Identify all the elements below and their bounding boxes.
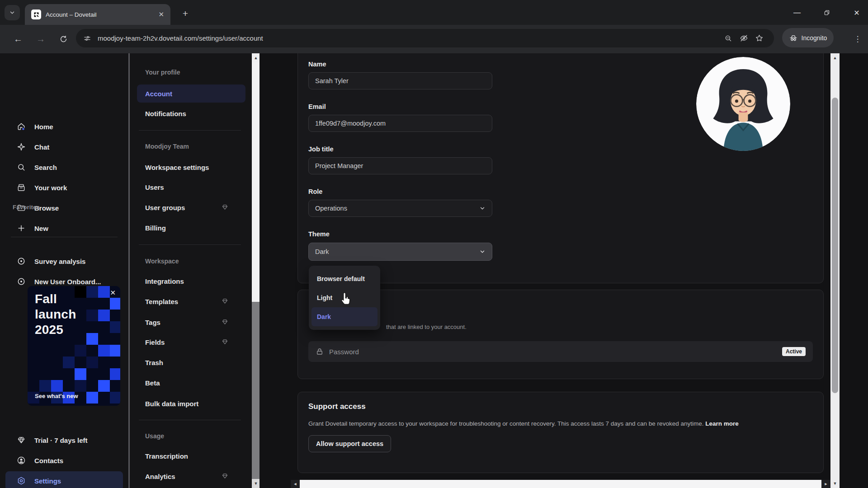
sidebar-item-settings[interactable]: Settings (5, 471, 123, 488)
window-restore-button[interactable] (816, 5, 837, 21)
gem-badge-icon (222, 298, 228, 306)
sidebar-item-label: Your work (34, 184, 67, 192)
page-scrollbar[interactable]: ▲ ▼ (830, 53, 840, 488)
settings-section-header: Your profile (145, 69, 180, 76)
favorite-item-survey-analysis[interactable]: Survey analysis (5, 252, 123, 271)
settings-nav-item-billing[interactable]: Billing (137, 219, 245, 237)
sidebar-item-label: Home (34, 123, 53, 131)
tab-title: Account – Dovetail (46, 11, 154, 18)
promo-title: Fall launch 2025 (35, 291, 76, 338)
name-input[interactable]: Sarah Tyler (308, 72, 492, 89)
chevron-down-icon (479, 205, 486, 211)
learn-more-link[interactable]: Learn more (705, 420, 739, 427)
settings-nav-item-analytics[interactable]: Analytics (137, 467, 245, 485)
chevron-down-icon (479, 249, 486, 255)
settings-hexagon-icon (16, 476, 26, 485)
sidebar-item-trial[interactable]: Trial · 7 days left (5, 431, 123, 450)
sparkle-icon (16, 142, 26, 151)
address-bar[interactable]: moodjoy-team-2h2v.dovetail.com/settings/… (76, 29, 774, 47)
job-title-input[interactable]: Project Manager (308, 157, 492, 174)
zoom-icon[interactable] (721, 31, 736, 46)
role-select[interactable]: Operations (308, 200, 492, 217)
settings-nav-item-integrations[interactable]: Integrations (137, 272, 245, 290)
sidebar-item-home[interactable]: Home (5, 117, 123, 136)
sidebar-item-label: Trial · 7 days left (34, 436, 88, 444)
sidebar-item-label: Settings (34, 477, 61, 485)
settings-section-header: Workspace (145, 258, 179, 265)
sidebar-item-chat[interactable]: Chat (5, 137, 123, 156)
scroll-up-icon[interactable]: ▲ (252, 53, 260, 62)
scrollbar-thumb[interactable] (832, 98, 838, 393)
support-access-card (297, 392, 824, 473)
settings-nav-item-user-groups[interactable]: User groups (137, 198, 245, 216)
theme-option-browser-default[interactable]: Browser default (311, 269, 377, 288)
settings-nav-item-notifications[interactable]: Notifications (137, 104, 245, 122)
forward-button[interactable]: → (32, 30, 50, 48)
settings-nav-item-workspace-settings[interactable]: Workspace settings (137, 158, 245, 176)
email-input[interactable]: 1ffe09d7@moodjoy.com (308, 115, 492, 132)
theme-label: Theme (308, 230, 330, 238)
settings-nav-item-templates[interactable]: Templates (137, 292, 245, 310)
scroll-up-icon[interactable]: ▲ (830, 53, 840, 62)
scrollbar-thumb[interactable] (252, 62, 260, 302)
promo-close-icon[interactable]: ✕ (110, 289, 116, 297)
scroll-down-icon[interactable]: ▼ (252, 479, 260, 488)
theme-option-dark[interactable]: Dark (311, 307, 377, 326)
sidebar-item-new[interactable]: New (5, 219, 123, 238)
window-close-button[interactable]: ✕ (846, 5, 867, 21)
horizontal-scrollbar[interactable]: ◄ ► (291, 480, 830, 488)
sidebar-item-search[interactable]: Search (5, 158, 123, 177)
settings-nav-item-account[interactable]: Account (137, 84, 245, 103)
sidebar-item-contacts[interactable]: Contacts (5, 451, 123, 470)
settings-nav-item-fields[interactable]: Fields (137, 333, 245, 351)
chevron-down-icon (9, 9, 15, 16)
support-access-title: Support access (308, 402, 366, 411)
gem-badge-icon (222, 338, 228, 347)
eye-off-icon[interactable] (736, 31, 751, 46)
bookmark-star-icon[interactable] (751, 31, 767, 46)
job-title-label: Job title (308, 145, 334, 153)
gem-badge-icon (222, 319, 228, 327)
favorite-item-label: New User Onboard... (34, 278, 101, 286)
support-access-description: Grant Dovetail temporary access to your … (308, 420, 788, 427)
settings-nav-divider (139, 244, 241, 245)
window-minimize-button[interactable]: — (787, 5, 807, 21)
browser-menu-button[interactable]: ⋮ (850, 30, 865, 48)
settings-nav-item-bulk-data-import[interactable]: Bulk data import (137, 394, 245, 413)
scrollbar-thumb[interactable] (300, 480, 821, 488)
settings-nav-item-beta[interactable]: Beta (137, 374, 245, 392)
incognito-badge[interactable]: Incognito (782, 28, 834, 47)
scroll-down-icon[interactable]: ▼ (830, 479, 840, 488)
sidebar-divider (11, 237, 118, 237)
browser-tab[interactable]: Account – Dovetail ✕ (25, 4, 170, 25)
site-settings-icon[interactable] (83, 34, 91, 42)
dovetail-favicon-icon (31, 9, 41, 19)
settings-nav-item-transcription[interactable]: Transcription (137, 447, 245, 465)
promo-link[interactable]: See what's new (35, 393, 78, 399)
settings-nav-item-tags[interactable]: Tags (137, 313, 245, 331)
sidebar-item-label: New (34, 225, 48, 232)
tab-close-icon[interactable]: ✕ (158, 10, 164, 19)
linked-accounts-partial-text: that are linked to your account. (386, 324, 467, 330)
allow-support-access-button[interactable]: Allow support access (308, 435, 391, 452)
settings-section-header: Moodjoy Team (145, 143, 189, 150)
mouse-cursor (339, 292, 352, 308)
avatar[interactable] (696, 57, 790, 151)
scroll-right-icon[interactable]: ► (821, 480, 830, 488)
settings-nav-scrollbar[interactable]: ▲ ▼ (252, 53, 260, 488)
promo-card[interactable]: Fall launch 2025 See what's new ✕ (28, 286, 120, 406)
password-row[interactable]: Password Active (308, 341, 813, 362)
theme-select[interactable]: Dark (308, 243, 492, 261)
password-placeholder: Password (329, 348, 782, 356)
settings-nav-item-trash[interactable]: Trash (137, 353, 245, 371)
url-text[interactable]: moodjoy-team-2h2v.dovetail.com/settings/… (98, 34, 721, 42)
role-label: Role (308, 188, 322, 195)
reload-button[interactable] (54, 30, 72, 48)
scroll-left-icon[interactable]: ◄ (291, 480, 300, 488)
sidebar-item-your-work[interactable]: Your work (5, 178, 123, 197)
tab-search-button[interactable] (5, 5, 20, 20)
new-tab-button[interactable]: + (178, 6, 193, 21)
back-button[interactable]: ← (9, 30, 27, 48)
settings-nav-divider (139, 420, 241, 420)
settings-nav-item-users[interactable]: Users (137, 178, 245, 196)
